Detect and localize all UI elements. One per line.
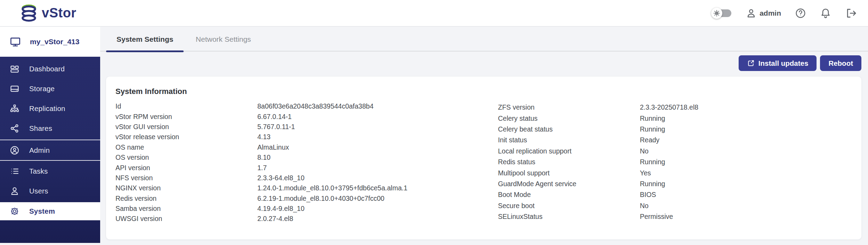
sidebar-item-label: Replication [29,104,65,113]
info-label: Celery status [498,114,640,122]
tab-network-settings[interactable]: Network Settings [185,27,262,52]
info-row: Samba version 4.19.4-9.el8_10 [115,204,498,214]
install-updates-button[interactable]: Install updates [739,55,817,71]
info-row: API version 1.7 [115,163,498,173]
info-label: vStor RPM version [115,113,257,121]
info-label: OS version [115,153,257,161]
sidebar-item-replication[interactable]: Replication [0,98,100,118]
sidebar-separator [0,160,100,161]
vstor-logo: vStor [0,4,77,22]
sidebar-item-users[interactable]: Users [0,181,100,201]
info-value: 5.767.0.11-1 [257,123,295,131]
top-header: vStor [0,0,868,27]
info-value: 8.10 [257,153,271,161]
sidebar-item-admin[interactable]: Admin [0,140,100,160]
info-label: Secure boot [498,202,640,210]
info-row: Id 8a06f03e6a2048c3a839544c0afa38b4 [115,101,498,111]
theme-toggle[interactable] [711,7,732,19]
info-row: Celery status Running [498,113,852,124]
sidebar-item-label: Shares [29,124,52,133]
info-row: Init status Ready [498,135,852,145]
info-row: Boot Mode BIOS [498,189,852,200]
info-value: Running [640,180,665,188]
install-updates-label: Install updates [758,59,809,68]
info-value: 8a06f03e6a2048c3a839544c0afa38b4 [257,102,373,110]
admin-icon [10,145,19,155]
info-value: 4.13 [257,133,271,141]
storage-icon [10,84,19,94]
user-menu[interactable]: admin [746,8,781,18]
sidebar-item-tasks[interactable]: Tasks [0,161,100,181]
info-value: Running [640,158,665,166]
info-label: NFS version [115,174,257,182]
user-name: admin [760,9,781,17]
sidebar-item-label: System [29,207,55,215]
tasks-icon [10,166,19,176]
info-label: UWSGI version [115,215,257,223]
info-value: 2.0.27-4.el8 [257,215,293,223]
sidebar-item-label: Storage [29,85,55,93]
info-row: Redis version 6.2.19-1.module_el8.10.0+4… [115,193,498,204]
replication-icon [10,104,19,113]
info-label: API version [115,164,257,172]
reboot-label: Reboot [828,59,853,68]
notifications-button[interactable] [820,8,831,19]
info-row: NFS version 2.3.3-64.el8_10 [115,173,498,183]
info-row: NGINX version 1.24.0-1.module_el8.10.0+3… [115,183,498,193]
sidebar-host[interactable]: my_vStor_413 [0,27,100,57]
sidebar-item-dashboard[interactable]: Dashboard [0,59,100,79]
system-icon [10,206,19,216]
info-label: Celery beat status [498,125,640,133]
info-label: vStor release version [115,133,257,141]
info-row: OS version 8.10 [115,152,498,163]
host-name: my_vStor_413 [30,38,79,46]
sidebar-item-shares[interactable]: Shares [0,118,100,138]
info-value: 4.19.4-9.el8_10 [257,205,305,213]
info-label: Id [115,102,257,110]
info-row: UWSGI version 2.0.27-4.el8 [115,214,498,224]
info-label: Multipool support [498,169,640,177]
logout-button[interactable] [845,7,857,19]
info-label: Boot Mode [498,191,640,199]
action-bar: Install updates Reboot [739,55,861,71]
info-value: 2.3.3-64.el8_10 [257,174,305,182]
sidebar-item-storage[interactable]: Storage [0,79,100,98]
external-link-icon [747,59,755,67]
info-value: Permissive [640,213,673,221]
help-button[interactable] [795,8,806,19]
sidebar-nav: Dashboard Storage [0,57,100,243]
info-value: 6.67.0.14-1 [257,113,292,121]
info-label: Redis version [115,195,257,203]
info-row: Local replication support No [498,146,852,157]
info-column-left: Id 8a06f03e6a2048c3a839544c0afa38b4 vSto… [115,101,498,224]
info-value: No [640,202,649,210]
user-icon [746,8,756,18]
sidebar-item-label: Dashboard [29,65,65,73]
sidebar-item-system[interactable]: System [0,202,100,220]
info-value: AlmaLinux [257,143,289,151]
info-value: Running [640,125,665,133]
sun-icon [713,9,721,17]
info-columns: Id 8a06f03e6a2048c3a839544c0afa38b4 vSto… [106,101,861,224]
info-label: NGINX version [115,184,257,192]
database-logo-icon [21,4,37,22]
info-row: vStor release version 4.13 [115,132,498,142]
shares-icon [10,124,19,133]
users-icon [10,186,19,196]
info-value: 2.3.3-20250718.el8 [640,103,698,111]
system-information-panel: System Information Id 8a06f03e6a2048c3a8… [106,77,861,239]
info-value: 6.2.19-1.module_el8.10.0+4030+0c7fcc00 [257,195,384,203]
reboot-button[interactable]: Reboot [820,55,861,71]
sidebar-item-label: Tasks [29,167,48,175]
info-label: Init status [498,136,640,144]
info-row: Celery beat status Running [498,124,852,135]
sidebar-item-label: Users [29,187,48,195]
info-label: vStor GUI version [115,123,257,131]
info-label: Samba version [115,205,257,213]
info-value: Running [640,114,665,122]
info-label: OS name [115,143,257,151]
info-value: 1.7 [257,164,267,172]
tab-system-settings[interactable]: System Settings [106,27,184,52]
info-row: SELinuxStatus Permissive [498,211,852,222]
info-row: vStor GUI version 5.767.0.11-1 [115,122,498,132]
